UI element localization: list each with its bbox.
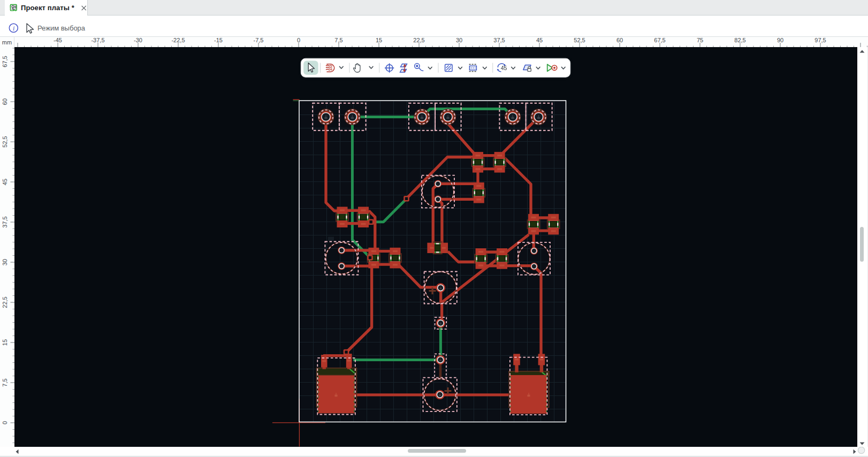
svg-text:-22,5: -22,5 [171,37,185,43]
svg-text:Режим выбора: Режим выбора [37,24,86,32]
svg-text:90: 90 [777,37,783,43]
svg-text:30: 30 [456,37,462,43]
svg-text:22,5: 22,5 [2,296,8,308]
svg-text:75: 75 [697,37,703,43]
svg-text:52,5: 52,5 [574,37,585,43]
svg-text:45: 45 [2,179,8,185]
svg-text:15: 15 [376,37,382,43]
svg-text:0: 0 [2,421,8,424]
svg-text:37,5: 37,5 [2,216,8,227]
svg-text:-45: -45 [54,37,62,43]
svg-text:7,5: 7,5 [2,378,8,386]
svg-text:15: 15 [2,339,8,346]
svg-text:60: 60 [2,98,8,105]
svg-text:97,5: 97,5 [814,37,826,43]
svg-text:60: 60 [616,37,623,43]
svg-text:45: 45 [501,65,507,71]
svg-text:-15: -15 [214,37,223,43]
svg-text:30: 30 [2,259,8,265]
svg-text:67,5: 67,5 [2,56,8,67]
svg-text:82,5: 82,5 [734,37,745,43]
svg-text:0: 0 [297,37,300,43]
svg-text:37,5: 37,5 [493,37,505,43]
svg-text:-30: -30 [134,37,142,43]
svg-text:52,5: 52,5 [2,136,8,147]
svg-text:45: 45 [536,37,543,43]
svg-text:i: i [13,25,14,32]
svg-text:22,5: 22,5 [413,37,424,43]
svg-text:7,5: 7,5 [334,37,342,43]
svg-text:-37,5: -37,5 [91,37,104,43]
svg-text:67,5: 67,5 [654,37,665,43]
svg-text:-7,5: -7,5 [254,37,264,43]
